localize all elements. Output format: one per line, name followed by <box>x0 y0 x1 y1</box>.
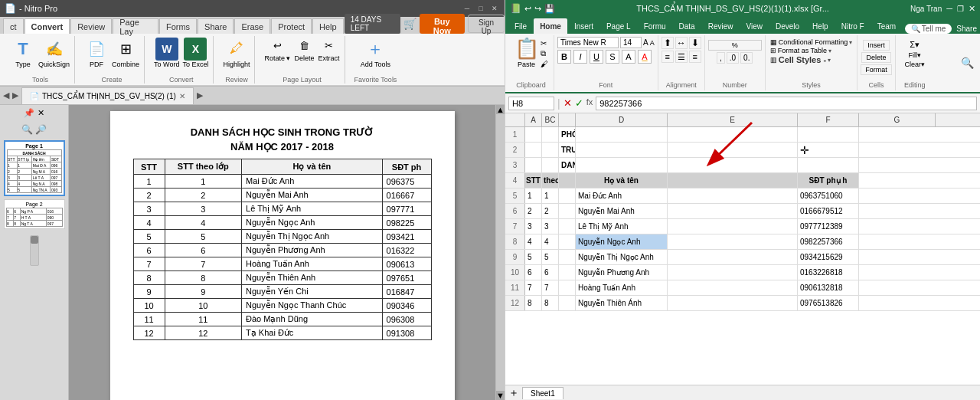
cell-styles-button[interactable]: ▥ Cell Styles - ▾ <box>770 55 853 64</box>
autosum-button[interactable]: Σ▾ <box>910 40 920 50</box>
zoom-out-icon[interactable]: 🔍 <box>21 124 33 135</box>
cell-r2-c5[interactable]: ✛ <box>798 143 859 157</box>
cell-r3-c3[interactable] <box>576 158 668 172</box>
xl-tab-nitro[interactable]: Nitro F <box>835 18 871 34</box>
excel-minimize-btn[interactable]: ─ <box>946 4 952 13</box>
cell-r9-c0[interactable]: 5 <box>525 250 542 264</box>
ribbon-search-icon[interactable]: 🔍 <box>961 57 974 69</box>
clear-button[interactable]: Clear▾ <box>904 61 925 68</box>
xl-tab-insert[interactable]: Insert <box>568 18 599 34</box>
cell-r4-c3[interactable]: Họ và tên <box>576 173 668 188</box>
cell-r6-c3[interactable]: Nguyễn Mai Anh <box>576 204 668 218</box>
xl-tab-team[interactable]: Team <box>871 18 902 34</box>
sheet-tab-sheet1[interactable]: Sheet1 <box>522 387 564 399</box>
cell-r6-c1[interactable]: 2 <box>542 204 559 218</box>
delete-button[interactable]: 🗑 Delete <box>294 38 315 62</box>
cell-r2-c1[interactable] <box>542 143 559 157</box>
cell-r3-c0[interactable] <box>525 158 542 172</box>
add-sheet-button[interactable]: ＋ <box>508 386 519 400</box>
add-tools-button[interactable]: ＋ Add Tools <box>361 38 390 68</box>
rotate-button[interactable]: ↩ Rotate ▾ <box>264 38 290 62</box>
buy-now-button[interactable]: Buy Now <box>420 14 466 34</box>
number-format-display[interactable]: % <box>708 40 762 51</box>
fill-color-button[interactable]: A <box>638 50 652 64</box>
excel-restore-btn[interactable]: ❐ <box>957 5 964 13</box>
align-top-button[interactable]: ⬆ <box>662 37 674 49</box>
font-color-button[interactable]: A <box>622 50 635 64</box>
increase-decimal-button[interactable]: .0 <box>727 52 739 64</box>
cell-r11-c1[interactable]: 7 <box>542 280 559 295</box>
tab-ct[interactable]: ct <box>3 18 24 34</box>
cell-r8-c3[interactable]: Nguyễn Ngọc Anh <box>576 234 668 249</box>
cell-r3-c4[interactable] <box>668 158 798 172</box>
xl-tab-formu[interactable]: Formu <box>638 18 672 34</box>
conditional-formatting-button[interactable]: ▦ Conditional Formatting ▾ <box>770 38 853 46</box>
sign-up-button[interactable]: Sign Up <box>468 15 505 33</box>
cancel-formula-icon[interactable]: ✕ <box>564 97 572 109</box>
cell-r6-c0[interactable]: 2 <box>525 204 542 218</box>
font-size-input[interactable] <box>620 37 642 48</box>
to-excel-button[interactable]: X To Excel <box>182 38 208 68</box>
cell-r12-c0[interactable]: 8 <box>525 296 542 310</box>
cell-r4-c4[interactable] <box>668 173 798 188</box>
tell-me-box[interactable]: 🔍 Tell me <box>905 24 952 34</box>
decrease-decimal-button[interactable]: 0. <box>740 52 753 64</box>
format-cells-button[interactable]: Format <box>861 64 892 75</box>
xl-tab-develo[interactable]: Develo <box>769 18 805 34</box>
doc-scrollbar[interactable]: ▲ ▼ <box>495 105 505 400</box>
cell-r1-c5[interactable] <box>798 127 859 142</box>
cell-r8-c2[interactable] <box>559 234 576 249</box>
cell-r8-c5[interactable]: 0982257366 <box>798 234 859 249</box>
align-left-button[interactable]: ≡ <box>662 51 674 63</box>
cell-r10-c3[interactable]: Nguyễn Phương Anh <box>576 265 668 280</box>
cell-r3-c1[interactable] <box>542 158 559 172</box>
align-center-button[interactable]: ☰ <box>675 51 688 63</box>
xl-tab-file[interactable]: File <box>508 18 533 34</box>
nav-right-icon[interactable]: ▶ <box>12 90 18 100</box>
to-word-button[interactable]: W To Word <box>154 38 179 68</box>
cell-r10-c1[interactable]: 6 <box>542 265 559 280</box>
cell-r5-c3[interactable]: Mai Đức Anh <box>576 189 668 203</box>
cell-r12-c3[interactable]: Nguyễn Thiên Ánh <box>576 296 668 310</box>
cell-reference-box[interactable] <box>508 97 554 110</box>
cell-r8-c1[interactable]: 4 <box>542 234 559 249</box>
cell-r4-c5[interactable]: SĐT phụ h <box>798 173 859 188</box>
align-middle-button[interactable]: ↔ <box>675 37 688 49</box>
cell-r7-c4[interactable] <box>668 219 798 234</box>
col-header-a[interactable]: A <box>525 113 542 126</box>
cell-r2-c2[interactable]: TRƯỜNG THCS CẨM THỊNH <box>559 143 576 157</box>
cell-r7-c0[interactable]: 3 <box>525 219 542 234</box>
tab-pagelay[interactable]: Page Lay <box>113 18 158 34</box>
scroll-track[interactable] <box>496 114 505 391</box>
tab-erase[interactable]: Erase <box>234 18 270 34</box>
insert-function-icon[interactable]: fx <box>586 97 593 109</box>
format-as-table-button[interactable]: ⊞ Format as Table ▾ <box>770 47 853 54</box>
cell-r11-c2[interactable] <box>559 280 576 295</box>
maximize-btn[interactable]: □ <box>475 3 486 14</box>
cell-r4-c2[interactable] <box>559 173 576 188</box>
formula-input[interactable] <box>596 97 977 110</box>
xl-tab-home[interactable]: Home <box>534 18 567 34</box>
xl-tab-review[interactable]: Review <box>702 18 740 34</box>
cell-r12-c2[interactable] <box>559 296 576 310</box>
cell-r12-c1[interactable]: 8 <box>542 296 559 310</box>
cell-r6-c2[interactable] <box>559 204 576 218</box>
bold-button[interactable]: B <box>557 50 571 64</box>
font-size-up-icon[interactable]: A <box>650 39 655 47</box>
cell-r5-c1[interactable]: 1 <box>542 189 559 203</box>
scroll-right-icon[interactable]: ▶ <box>197 90 203 100</box>
cell-r9-c2[interactable] <box>559 250 576 264</box>
comma-style-button[interactable]: , <box>717 52 725 64</box>
cell-r6-c4[interactable] <box>668 204 798 218</box>
scroll-down[interactable]: ▼ <box>496 391 505 400</box>
cell-r2-c3[interactable] <box>576 143 668 157</box>
type-button[interactable]: T Type <box>11 38 35 68</box>
insert-cells-button[interactable]: Insert <box>863 40 890 51</box>
excel-close-btn[interactable]: ✕ <box>969 4 975 14</box>
strikethrough-button[interactable]: S <box>606 50 619 64</box>
share-button[interactable]: Share <box>956 25 977 33</box>
minimize-btn[interactable]: ─ <box>462 3 472 14</box>
cell-r11-c4[interactable] <box>668 280 798 295</box>
cell-r12-c4[interactable] <box>668 296 798 310</box>
cell-r11-c3[interactable]: Hoàng Tuấn Anh <box>576 280 668 295</box>
